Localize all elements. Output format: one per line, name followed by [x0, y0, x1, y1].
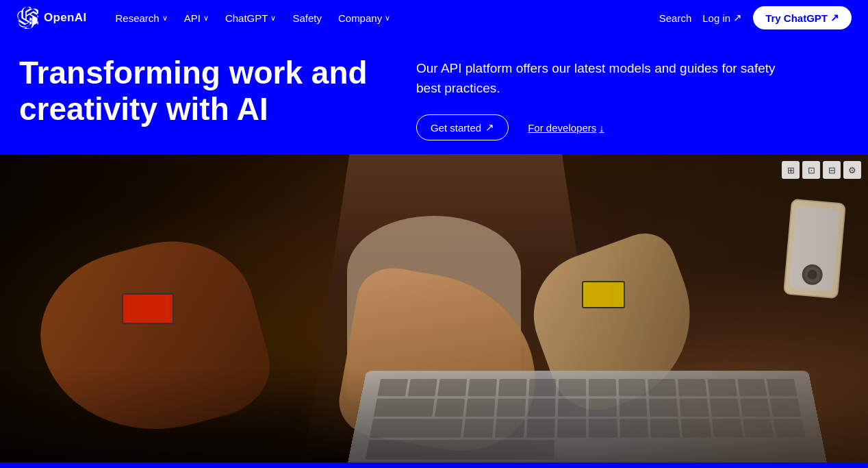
hero-title: Transforming work and creativity with AI [19, 55, 375, 127]
image-controls: ⊞ ⊡ ⊟ ⚙ [782, 161, 861, 179]
get-started-button[interactable]: Get started ↗ [416, 114, 509, 140]
login-button[interactable]: Log in ↗ [702, 12, 742, 24]
nav-safety[interactable]: Safety [285, 8, 329, 28]
nav-links: Research ∨ API ∨ ChatGPT ∨ Safety Compan… [109, 8, 398, 28]
nav-research[interactable]: Research ∨ [109, 8, 175, 28]
hero-section: Transforming work and creativity with AI… [0, 36, 868, 154]
image-control-btn-2[interactable]: ⊡ [802, 161, 820, 179]
get-started-arrow-icon: ↗ [485, 121, 494, 134]
login-arrow-icon: ↗ [733, 12, 742, 24]
hero-left: Transforming work and creativity with AI [19, 55, 375, 127]
photo-scene [0, 154, 868, 463]
navbar: OpenAI Research ∨ API ∨ ChatGPT ∨ Safety… [0, 0, 868, 36]
watch-left [122, 293, 174, 324]
hero-image-section: ⊞ ⊡ ⊟ ⚙ [0, 154, 868, 463]
image-control-btn-1[interactable]: ⊞ [782, 161, 800, 179]
research-chevron-icon: ∨ [162, 14, 168, 23]
for-developers-button[interactable]: For developers ↓ [528, 122, 604, 134]
search-button[interactable]: Search [659, 12, 692, 24]
api-chevron-icon: ∨ [203, 14, 209, 23]
try-chatgpt-button[interactable]: Try ChatGPT ↗ [753, 6, 852, 29]
navbar-left: OpenAI Research ∨ API ∨ ChatGPT ∨ Safety… [16, 7, 397, 29]
nav-chatgpt[interactable]: ChatGPT ∨ [218, 8, 283, 28]
image-control-btn-4[interactable]: ⚙ [843, 161, 861, 179]
openai-logo-icon [16, 7, 38, 29]
logo[interactable]: OpenAI [16, 7, 87, 29]
navbar-right: Search Log in ↗ Try ChatGPT ↗ [659, 6, 852, 29]
hero-actions: Get started ↗ For developers ↓ [416, 114, 849, 140]
chatgpt-chevron-icon: ∨ [270, 14, 276, 23]
company-chevron-icon: ∨ [385, 14, 390, 23]
brand-name: OpenAI [44, 11, 87, 25]
try-arrow-icon: ↗ [830, 12, 839, 24]
image-control-btn-3[interactable]: ⊟ [823, 161, 841, 179]
nav-api[interactable]: API ∨ [177, 8, 216, 28]
right-lighting [608, 154, 868, 463]
for-devs-arrow-icon: ↓ [599, 122, 604, 134]
nav-company[interactable]: Company ∨ [331, 8, 397, 28]
hero-subtitle: Our API platform offers our latest model… [416, 59, 786, 98]
hero-right: Our API platform offers our latest model… [416, 55, 849, 140]
